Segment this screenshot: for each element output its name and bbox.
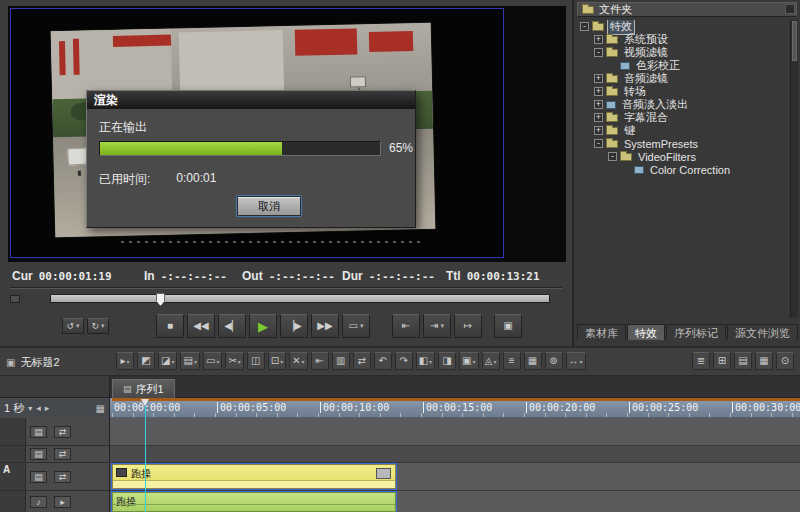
tree-expander-icon[interactable]: -	[594, 48, 603, 57]
thumbnail-view-button[interactable]: ⊞	[713, 352, 731, 370]
track-height-icon[interactable]: ▦	[96, 403, 105, 414]
track-header-audio[interactable]: ♪ ▸	[0, 491, 110, 512]
expand-track-button[interactable]: ▸	[54, 496, 71, 508]
track-header-video[interactable]: ▤ ⇄	[0, 418, 110, 446]
select-tool-button[interactable]: ▸▾	[116, 352, 134, 370]
tree-item-2[interactable]: -视频滤镜	[578, 46, 790, 59]
list-view-button[interactable]: ▤	[734, 352, 752, 370]
timeline-scale-value[interactable]: 1 秒	[4, 401, 24, 416]
next-frame-button[interactable]: ▕▶	[280, 314, 308, 338]
play-around-cursor-button[interactable]: ↻▾	[87, 318, 109, 334]
delete-button[interactable]: ✕▾	[289, 352, 307, 370]
tree-expander-icon[interactable]: +	[594, 126, 603, 135]
audio-mute-button[interactable]: ♪	[30, 496, 47, 508]
fast-forward-button[interactable]: ▶▶	[311, 314, 339, 338]
tree-expander-icon[interactable]: -	[580, 22, 589, 31]
split-clip-button[interactable]: ▥	[332, 352, 350, 370]
scrollbar-thumb[interactable]	[792, 21, 797, 61]
paste-button[interactable]: ⊡▾	[268, 352, 286, 370]
tree-scrollbar[interactable]	[790, 20, 798, 318]
add-title-button[interactable]: ▣▾	[459, 352, 478, 370]
zoom-fit-button[interactable]: ↔▾	[566, 352, 586, 370]
sync-lock-button[interactable]: ⇄	[54, 471, 71, 483]
render-dialog-titlebar[interactable]: 渲染	[87, 91, 415, 109]
scrubber-playhead[interactable]	[156, 293, 165, 306]
tree-item-1[interactable]: +系统预设	[578, 33, 790, 46]
effects-panel: 文件夹 -特效+系统预设-视频滤镜色彩校正+音频滤镜+转场+音频淡入淡出+字幕混…	[572, 0, 800, 346]
tree-item-7[interactable]: +字幕混合	[578, 111, 790, 124]
tree-expander-icon[interactable]: -	[594, 139, 603, 148]
save-project-button[interactable]: ▭▾	[203, 352, 222, 370]
display-mode-button[interactable]: ▭▾	[342, 314, 370, 338]
timeline-clip-video[interactable]: 跑操	[112, 464, 396, 489]
add-transition-button[interactable]: ◧▾	[416, 352, 435, 370]
loop-playback-button[interactable]: ↺▾	[62, 318, 84, 334]
panel-menu-button[interactable]	[785, 4, 795, 14]
sync-lock-button[interactable]: ⇄	[54, 426, 71, 438]
set-marker-button[interactable]: ◬▾	[482, 352, 500, 370]
track-body-va[interactable]: 跑操	[110, 463, 800, 491]
open-project-button[interactable]: ▤▾	[180, 352, 199, 370]
track-body-audio[interactable]: 跑操	[110, 491, 800, 512]
tree-item-3[interactable]: 色彩校正	[578, 59, 790, 72]
bin-header[interactable]: 文件夹	[577, 2, 797, 17]
video-mute-button[interactable]: ▤	[30, 448, 47, 460]
ripple-delete-button[interactable]: ⇤	[311, 352, 329, 370]
overwrite-mode-button[interactable]: ◪▾	[158, 352, 177, 370]
copy-button[interactable]: ◫	[247, 352, 265, 370]
tree-expander-icon[interactable]: +	[594, 35, 603, 44]
play-button[interactable]: ▶	[249, 314, 277, 338]
tab-sequence-1[interactable]: ▤ 序列1	[112, 379, 175, 398]
mixer-button[interactable]: ⊚	[545, 352, 563, 370]
caret-down-icon[interactable]: ▾	[28, 404, 32, 413]
bin-tab-4[interactable]: 源文件浏览	[727, 324, 798, 340]
bin-tab-1[interactable]: 素材库	[577, 324, 626, 340]
icon-size-button[interactable]: ▦	[755, 352, 773, 370]
undo-button[interactable]: ↶	[374, 352, 392, 370]
tree-expander-icon[interactable]: +	[594, 74, 603, 83]
cancel-button[interactable]: 取消	[237, 196, 301, 216]
play-to-out-button[interactable]: ↦	[454, 314, 482, 338]
insert-mode-button[interactable]: ◩	[137, 352, 155, 370]
tree-expander-icon[interactable]: -	[608, 152, 617, 161]
search-button[interactable]: ⊙	[776, 352, 794, 370]
tree-item-9[interactable]: -SystemPresets	[578, 137, 790, 150]
bin-tab-3[interactable]: 序列标记	[666, 324, 726, 340]
previous-frame-button[interactable]: ◀▏	[218, 314, 246, 338]
add-audio-fade-button[interactable]: ◨	[438, 352, 456, 370]
match-frame-button[interactable]: ≡	[503, 352, 521, 370]
tree-expander-icon[interactable]: +	[594, 87, 603, 96]
zoom-out-arrow-icon[interactable]: ◂	[36, 403, 41, 413]
zoom-in-arrow-icon[interactable]: ▸	[45, 403, 50, 413]
timeline-clip-audio[interactable]: 跑操	[112, 492, 396, 512]
rewind-button[interactable]: ◀◀	[187, 314, 215, 338]
multicam-button[interactable]: ▦	[524, 352, 542, 370]
stop-button[interactable]: ■	[156, 314, 184, 338]
track-header-title[interactable]: ▤ ⇄	[0, 446, 110, 463]
scrubber-track[interactable]	[50, 294, 550, 303]
goto-in-button[interactable]: ⇤	[392, 314, 420, 338]
export-button[interactable]: ▣	[494, 314, 522, 338]
cut-button[interactable]: ✂▾	[225, 352, 243, 370]
trim-mode-button[interactable]: ⇄	[353, 352, 371, 370]
tree-item-0[interactable]: -特效	[578, 20, 790, 33]
playhead-marker[interactable]	[141, 399, 149, 406]
goto-out-button[interactable]: ⇥▾	[423, 314, 451, 338]
tree-item-8[interactable]: +键	[578, 124, 790, 137]
clip-view-button[interactable]: ≣	[692, 352, 710, 370]
video-mute-button[interactable]: ▤	[30, 471, 47, 483]
track-body-title[interactable]	[110, 446, 800, 463]
track-body-video[interactable]	[110, 418, 800, 446]
video-mute-button[interactable]: ▤	[30, 426, 47, 438]
bin-tab-2[interactable]: 特效	[627, 324, 665, 340]
timeline-ruler[interactable]: 00:00:00:0000:00:05:0000:00:10:0000:00:1…	[110, 398, 800, 418]
tree-item-4[interactable]: +音频滤镜	[578, 72, 790, 85]
tree-item-6[interactable]: +音频淡入淡出	[578, 98, 790, 111]
tree-expander-icon[interactable]: +	[594, 100, 603, 109]
track-header-va[interactable]: A ▤ ⇄	[0, 463, 110, 491]
tree-item-10[interactable]: -VideoFilters	[578, 150, 790, 163]
tree-item-11[interactable]: Color Correction	[578, 163, 790, 176]
redo-button[interactable]: ↷	[395, 352, 413, 370]
sync-lock-button[interactable]: ⇄	[54, 448, 71, 460]
tree-expander-icon[interactable]: +	[594, 113, 603, 122]
